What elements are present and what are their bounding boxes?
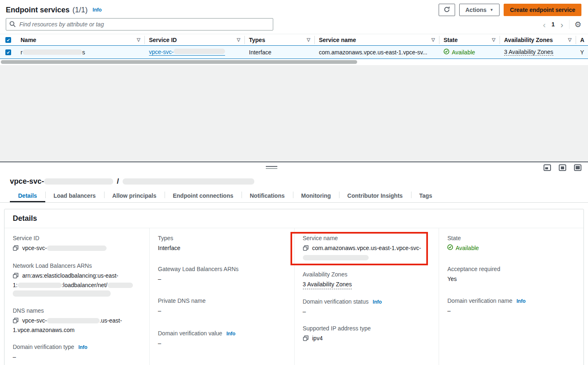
redacted-text [303, 255, 369, 260]
copy-icon[interactable] [13, 317, 19, 326]
actions-button[interactable]: Actions ▼ [459, 4, 500, 16]
tab-details[interactable]: Details [10, 189, 45, 202]
row-cell-service-id: vpce-svc- [145, 49, 245, 56]
details-column-4: State Available [439, 228, 583, 365]
available-check-icon [444, 49, 449, 56]
column-header-service-name[interactable]: Service name ▽ [315, 36, 439, 44]
field-state: State Available [447, 235, 575, 253]
search-box [6, 18, 273, 30]
field-domain-verification-value: Domain verification value Info – [158, 330, 286, 348]
column-header-name[interactable]: Name ▽ [16, 36, 145, 44]
details-card-heading: Details [5, 209, 583, 228]
available-check-icon [447, 244, 453, 253]
checkbox-checked-icon [5, 49, 11, 55]
field-glb-arns: Gateway Load Balancers ARNs – [158, 266, 286, 283]
row-checkbox[interactable] [0, 49, 16, 55]
details-column-3: Service name com.amazonaws.vpce.us-east-… [294, 228, 439, 365]
redacted-text [123, 178, 254, 185]
field-supported-ip: Supported IP address type ipv4 [303, 325, 431, 344]
endpoint-services-panel: Endpoint services (1/1) Info Actions ▼ C… [0, 0, 588, 65]
create-endpoint-service-button[interactable]: Create endpoint service [504, 4, 581, 16]
field-availability-zones: Availability Zones 3 Availability Zones [303, 271, 431, 289]
column-header-availability-zones[interactable]: Availability Zones ▽ [500, 36, 576, 44]
page-title: Endpoint services [6, 6, 70, 14]
split-panel-drag-handle-icon[interactable] [266, 166, 277, 170]
table-header-row: Name ▽ Service ID ▽ Types ▽ Service name… [0, 34, 588, 45]
panel-layout-buttons [544, 164, 581, 171]
info-link[interactable]: Info [78, 344, 87, 350]
redacted-text [174, 49, 225, 54]
redacted-text [13, 290, 111, 297]
resource-count: (1/1) [72, 6, 88, 14]
availability-zones-link[interactable]: 3 Availability Zones [504, 49, 553, 56]
field-dns-names: DNS names vpce-svc-.us-east- 1.vpce.amaz… [13, 307, 141, 335]
redacted-text [107, 283, 133, 288]
refresh-icon [444, 6, 450, 14]
column-header-acceptance-partial[interactable]: A [576, 36, 588, 44]
tab-contributor-insights[interactable]: Contributor Insights [339, 189, 411, 202]
sort-icon: ▽ [489, 37, 495, 42]
preferences-gear-icon[interactable]: ⚙ [574, 20, 581, 29]
field-domain-verification-name: Domain verification name Info – [447, 297, 575, 315]
column-header-types[interactable]: Types ▽ [245, 36, 315, 44]
info-link[interactable]: Info [226, 331, 235, 337]
copy-icon[interactable] [13, 245, 19, 253]
pagination-page-number[interactable]: 1 [551, 21, 555, 28]
copy-icon[interactable] [303, 335, 309, 344]
redacted-text [23, 49, 82, 55]
panel-position-side-icon[interactable] [559, 164, 566, 171]
tab-tags[interactable]: Tags [411, 189, 441, 202]
sort-icon: ▽ [234, 37, 240, 42]
field-nlb-arns: Network Load Balancers ARNs arn:aws:elas… [13, 262, 141, 298]
info-link[interactable]: Info [373, 299, 382, 305]
redacted-text [47, 318, 100, 323]
tab-allow-principals[interactable]: Allow principals [104, 189, 165, 202]
caret-down-icon: ▼ [490, 8, 493, 12]
search-input[interactable] [6, 18, 273, 30]
tab-monitoring[interactable]: Monitoring [293, 189, 339, 202]
service-id-link[interactable]: vpce-svc- [149, 49, 225, 56]
row-cell-types: Interface [245, 49, 315, 56]
split-panel-title: vpce-svc- / [0, 174, 588, 189]
sort-icon: ▽ [304, 37, 310, 42]
info-link[interactable]: Info [516, 298, 525, 304]
redacted-text [47, 246, 107, 251]
field-service-id: Service ID vpce-svc- [13, 235, 141, 253]
horizontal-scrollbar [0, 59, 588, 65]
panel-position-full-icon[interactable] [574, 164, 581, 171]
sort-icon: ▽ [428, 37, 435, 42]
field-domain-verification-status: Domain verification status Info – [303, 298, 431, 316]
details-column-2: Types Interface Gateway Load Balancers A… [149, 228, 294, 365]
row-cell-name: r s [16, 49, 145, 56]
detail-tabs: Details Load balancers Allow principals … [0, 189, 588, 203]
table-row[interactable]: r s vpce-svc- Interface com.amazonaws.vp… [0, 45, 588, 59]
panel-position-bottom-icon[interactable] [544, 164, 551, 171]
column-header-service-id[interactable]: Service ID ▽ [145, 36, 245, 44]
header-info-link[interactable]: Info [93, 7, 102, 13]
tab-notifications[interactable]: Notifications [242, 189, 293, 202]
row-cell-availability-zones: 3 Availability Zones [500, 49, 576, 56]
redacted-text [18, 283, 62, 288]
horizontal-scrollbar-thumb[interactable] [1, 60, 357, 64]
details-card: Details Service ID vpce-svc- [4, 209, 584, 365]
pagination-prev-icon[interactable]: ‹ [542, 20, 546, 29]
copy-icon[interactable] [303, 245, 309, 253]
availability-zones-link[interactable]: 3 Availability Zones [303, 280, 352, 289]
select-all-checkbox[interactable] [0, 36, 16, 44]
copy-icon[interactable] [13, 272, 19, 281]
refresh-button[interactable] [439, 4, 455, 16]
tab-content: Details Service ID vpce-svc- [0, 203, 588, 365]
tab-load-balancers[interactable]: Load balancers [45, 189, 104, 202]
header-actions: Actions ▼ Create endpoint service [439, 4, 581, 16]
field-service-name: Service name com.amazonaws.vpce.us-east-… [303, 235, 431, 262]
page-header: Endpoint services (1/1) Info Actions ▼ C… [0, 0, 588, 17]
column-header-state[interactable]: State ▽ [439, 36, 500, 44]
row-cell-acceptance: Y [576, 49, 588, 56]
checkbox-checked-icon [5, 37, 11, 43]
details-grid: Service ID vpce-svc- Network Load Balanc… [5, 228, 583, 365]
create-button-label: Create endpoint service [510, 7, 575, 13]
page-background [0, 65, 588, 162]
pagination-next-icon[interactable]: › [560, 20, 564, 29]
split-panel-header-bar [0, 162, 588, 174]
tab-endpoint-connections[interactable]: Endpoint connections [165, 189, 242, 202]
